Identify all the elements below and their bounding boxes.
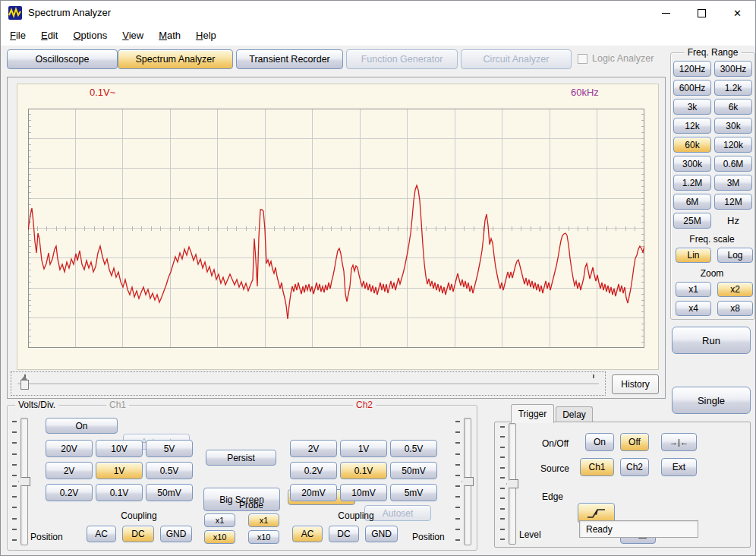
ch1-volts-0-1v[interactable]: 0.1V bbox=[96, 484, 143, 501]
ch1-position-slider[interactable] bbox=[11, 418, 30, 545]
ch1-coupling-dc[interactable]: DC bbox=[122, 526, 154, 542]
ch2-volts-1v[interactable]: 1V bbox=[340, 440, 387, 457]
menu-options[interactable]: Options bbox=[65, 30, 115, 41]
ch2-volts-2v[interactable]: 2V bbox=[290, 440, 337, 457]
ch1-volts-2v[interactable]: 2V bbox=[46, 462, 93, 479]
menu-math[interactable]: Math bbox=[151, 30, 188, 41]
zoom-x4[interactable]: x4 bbox=[676, 301, 711, 316]
freq-range-button-0-6m[interactable]: 0.6M bbox=[714, 156, 752, 172]
probe-ch1-x1[interactable]: x1 bbox=[204, 513, 235, 527]
trigger-collide-button[interactable]: →|← bbox=[661, 433, 697, 451]
plot-freq-label: 60kHz bbox=[571, 87, 599, 98]
menu-help[interactable]: Help bbox=[188, 30, 224, 41]
ch2-volts-20mv[interactable]: 20mV bbox=[290, 484, 337, 501]
trigger-level-label: Level bbox=[519, 529, 541, 540]
persist-button[interactable]: Persist bbox=[206, 450, 276, 466]
tab-oscilloscope[interactable]: Oscilloscope bbox=[7, 49, 118, 69]
ch2-volts-5mv[interactable]: 5mV bbox=[390, 484, 437, 501]
ch1-coupling-ac[interactable]: AC bbox=[87, 526, 116, 542]
freq-range-button-1-2k[interactable]: 1.2k bbox=[714, 80, 752, 96]
ch2-volts-0-1v[interactable]: 0.1V bbox=[340, 462, 387, 479]
menu-view[interactable]: View bbox=[115, 30, 151, 41]
slider-thumb[interactable] bbox=[20, 380, 29, 390]
ch1-volts-10v[interactable]: 10V bbox=[96, 440, 143, 457]
app-window: Spectrum Analyzer ✕ FileEditOptionsViewM… bbox=[0, 0, 756, 556]
freq-range-button-3m[interactable]: 3M bbox=[714, 175, 752, 191]
zoom-x8[interactable]: x8 bbox=[717, 301, 753, 316]
freq-range-button-3k[interactable]: 3k bbox=[673, 99, 711, 115]
tab-trigger[interactable]: Trigger bbox=[511, 404, 554, 423]
slider-tick bbox=[12, 464, 17, 466]
freq-range-button-300k[interactable]: 300k bbox=[673, 156, 711, 172]
window-title: Spectrum Analyzer bbox=[28, 7, 111, 18]
ch2-volts-0-5v[interactable]: 0.5V bbox=[390, 440, 437, 457]
ch2-position-slider[interactable] bbox=[454, 418, 474, 545]
history-button[interactable]: History bbox=[612, 374, 659, 394]
slider-tick bbox=[500, 518, 505, 520]
probe-ch1-x10[interactable]: x10 bbox=[204, 530, 235, 544]
ch1-volts-0-2v[interactable]: 0.2V bbox=[46, 484, 93, 501]
plot-scroll-slider[interactable] bbox=[11, 371, 606, 396]
slider-tick bbox=[12, 507, 17, 508]
zoom-x2[interactable]: x2 bbox=[717, 282, 753, 297]
ch1-volts-1v[interactable]: 1V bbox=[96, 462, 143, 479]
freq-scale-log[interactable]: Log bbox=[717, 248, 753, 263]
ch1-volts-5v[interactable]: 5V bbox=[146, 440, 193, 457]
ch1-volts-0-5v[interactable]: 0.5V bbox=[146, 462, 193, 479]
freq-range-button-300hz[interactable]: 300Hz bbox=[714, 61, 752, 77]
slider-tick bbox=[500, 498, 505, 499]
ch1-label: Ch1 bbox=[106, 400, 129, 410]
slider-tick bbox=[455, 539, 460, 541]
freq-scale-lin[interactable]: Lin bbox=[676, 248, 711, 263]
tab-spectrum-analyzer[interactable]: Spectrum Analyzer bbox=[118, 49, 233, 69]
ch1-volts-20v[interactable]: 20V bbox=[46, 440, 93, 457]
freq-range-button-25m[interactable]: 25M bbox=[673, 213, 711, 229]
ch2-coupling-gnd[interactable]: GND bbox=[365, 526, 398, 542]
freq-range-button-120hz[interactable]: 120Hz bbox=[673, 61, 711, 77]
trigger-source-ch1[interactable]: Ch1 bbox=[580, 458, 614, 476]
ch1-coupling-gnd[interactable]: GND bbox=[160, 526, 192, 542]
trigger-source-ext[interactable]: Ext bbox=[661, 458, 697, 476]
volts-div-title: Volts/Div. bbox=[15, 400, 58, 410]
zoom-x1[interactable]: x1 bbox=[676, 282, 711, 297]
ch1-volts-50mv[interactable]: 50mV bbox=[146, 484, 193, 501]
freq-range-button-6k[interactable]: 6k bbox=[714, 99, 752, 115]
ch2-coupling-ac[interactable]: AC bbox=[292, 526, 323, 542]
freq-range-button-600hz[interactable]: 600Hz bbox=[673, 80, 711, 96]
ch1-coupling-buttons: ACDCGND bbox=[87, 526, 192, 542]
trigger-level-slider[interactable] bbox=[499, 423, 518, 545]
trigger-level-field[interactable]: Ready bbox=[579, 520, 698, 538]
menu-edit[interactable]: Edit bbox=[33, 30, 65, 41]
trigger-onoff-on[interactable]: On bbox=[585, 433, 614, 451]
slider-track[interactable] bbox=[17, 384, 599, 384]
probe-ch2-x1[interactable]: x1 bbox=[248, 513, 279, 527]
freq-range-button-12k[interactable]: 12k bbox=[673, 118, 711, 134]
ch2-coupling-dc[interactable]: DC bbox=[329, 526, 359, 542]
ch2-volts-0-2v[interactable]: 0.2V bbox=[290, 462, 337, 479]
minimize-button[interactable] bbox=[648, 1, 684, 25]
trigger-panel: Trigger Delay On/Off OnOff →|← Source Ch… bbox=[493, 403, 752, 549]
close-button[interactable]: ✕ bbox=[720, 1, 755, 25]
probe-ch2-x10[interactable]: x10 bbox=[248, 530, 279, 544]
trigger-onoff-off[interactable]: Off bbox=[620, 433, 649, 451]
menu-file[interactable]: File bbox=[2, 30, 33, 41]
ch1-on-button[interactable]: On bbox=[46, 418, 118, 434]
freq-range-button-30k[interactable]: 30k bbox=[714, 118, 752, 134]
slider-tick bbox=[500, 529, 505, 530]
freq-range-button-1-2m[interactable]: 1.2M bbox=[673, 175, 711, 191]
slider-tick bbox=[455, 485, 460, 487]
freq-range-button-12m[interactable]: 12M bbox=[714, 194, 752, 210]
slider-tick bbox=[455, 442, 460, 444]
run-button[interactable]: Run bbox=[672, 327, 751, 354]
slider-tick bbox=[12, 485, 17, 487]
maximize-button[interactable] bbox=[684, 1, 720, 25]
ch2-volts-10mv[interactable]: 10mV bbox=[340, 484, 387, 501]
ch2-volts-50mv[interactable]: 50mV bbox=[390, 462, 437, 479]
freq-range-button-6m[interactable]: 6M bbox=[673, 194, 711, 210]
tab-transient-recorder[interactable]: Transient Recorder bbox=[236, 49, 343, 69]
tab-delay[interactable]: Delay bbox=[556, 406, 593, 422]
freq-range-button-60k[interactable]: 60k bbox=[673, 137, 711, 153]
slider-tick bbox=[12, 453, 17, 455]
freq-range-button-120k[interactable]: 120k bbox=[714, 137, 752, 153]
trigger-source-ch2[interactable]: Ch2 bbox=[620, 458, 649, 476]
